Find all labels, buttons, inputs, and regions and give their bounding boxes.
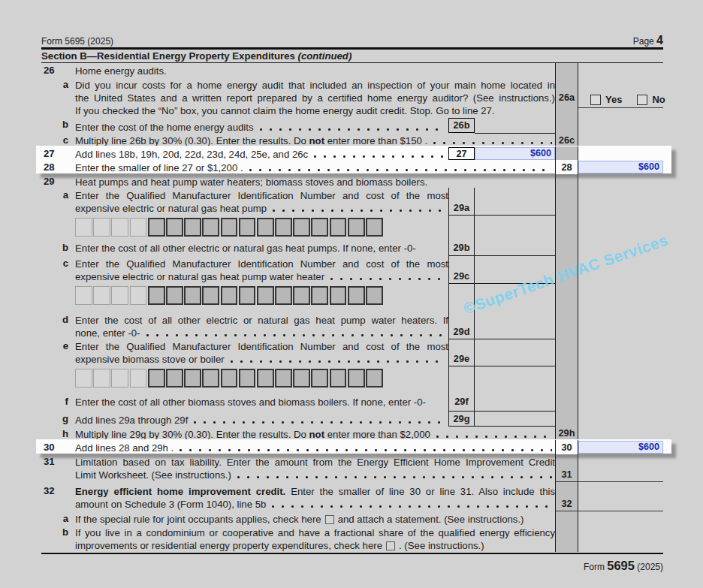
qmin-box[interactable]: [93, 286, 110, 305]
line-letter: b: [41, 117, 75, 134]
qmin-box[interactable]: [311, 369, 328, 387]
label-strip: [555, 339, 578, 366]
qmin-box[interactable]: [348, 369, 365, 387]
qmin-box[interactable]: [330, 286, 347, 305]
qmin-box[interactable]: [130, 369, 147, 387]
qmin-box[interactable]: [330, 369, 347, 387]
line-label-29g: 29g: [448, 412, 475, 427]
qmin-box[interactable]: [239, 286, 256, 305]
line-number: 29: [41, 174, 75, 188]
spacer-cell: [41, 284, 75, 308]
spacer-cell: [475, 284, 555, 308]
qmin-box[interactable]: [111, 369, 128, 387]
amount-field-32[interactable]: [578, 482, 663, 511]
qmin-box[interactable]: [239, 218, 256, 237]
qmin-box[interactable]: [148, 218, 165, 237]
qmin-box[interactable]: [348, 218, 365, 237]
qmin-box[interactable]: [184, 286, 201, 305]
amount-field-31[interactable]: [578, 454, 663, 482]
line-letter: a: [41, 511, 75, 526]
row-29g: g Add lines 29a through 29f 29g: [41, 412, 663, 427]
qmin-box[interactable]: [166, 369, 183, 387]
line-text: Enter the cost of the home energy audits: [75, 117, 448, 134]
dot-leader: [249, 168, 552, 172]
qmin-box[interactable]: [366, 286, 383, 305]
label-strip: [555, 366, 578, 390]
dot-leader: [271, 505, 552, 508]
inner-column: [448, 284, 475, 308]
qmin-box[interactable]: [184, 369, 201, 387]
line-text: Home energy audits.: [75, 63, 555, 77]
spacer-cell: [578, 366, 663, 390]
amount-field-26b[interactable]: [475, 117, 555, 134]
qmin-box[interactable]: [148, 369, 165, 387]
qmin-box[interactable]: [166, 218, 183, 237]
qmin-box[interactable]: [330, 218, 347, 237]
no-checkbox[interactable]: [637, 95, 647, 105]
line-label-29a: 29a: [448, 188, 475, 216]
spacer-cell: [475, 366, 555, 390]
page-indicator: Page 4: [633, 35, 663, 47]
qmin-box[interactable]: [239, 369, 256, 387]
row-26c: c Multiply line 26b by 30% (0.30). Enter…: [41, 134, 663, 146]
amount-field-27[interactable]: $600: [475, 147, 555, 160]
qmin-box[interactable]: [202, 286, 219, 305]
qmin-box[interactable]: [93, 218, 110, 237]
qmin-box[interactable]: [275, 218, 292, 237]
line-label-29b: 29b: [448, 239, 475, 256]
qmin-box[interactable]: [184, 218, 201, 237]
qmin-box[interactable]: [111, 218, 128, 237]
qmin-box[interactable]: [75, 369, 92, 387]
qmin-box[interactable]: [293, 369, 310, 387]
amount-field-29f[interactable]: [475, 390, 555, 412]
spacer-cell: [578, 256, 663, 284]
amount-field-30[interactable]: $600: [578, 441, 663, 454]
qmin-box[interactable]: [130, 218, 147, 237]
line-label-32: 32: [556, 482, 578, 509]
amount-field-29b[interactable]: [475, 239, 555, 256]
condominium-checkbox[interactable]: [386, 541, 395, 550]
qmin-box[interactable]: [366, 369, 383, 387]
dot-leader: [313, 155, 445, 158]
qmin-box[interactable]: [311, 218, 328, 237]
amount-field-28[interactable]: $600: [578, 161, 663, 173]
label-strip: [555, 146, 578, 161]
qmin-box[interactable]: [221, 369, 238, 387]
qmin-box[interactable]: [166, 286, 183, 305]
qmin-box[interactable]: [130, 286, 147, 305]
qmin-box[interactable]: [366, 218, 383, 237]
qmin-box[interactable]: [202, 218, 219, 237]
amount-field-29d[interactable]: [475, 307, 555, 339]
qmin-box[interactable]: [202, 369, 219, 387]
qmin-box[interactable]: [221, 218, 238, 237]
joint-occupants-checkbox[interactable]: [325, 515, 334, 524]
qmin-box[interactable]: [348, 286, 365, 305]
qmin-box[interactable]: [75, 286, 92, 305]
qmin-box[interactable]: [311, 286, 328, 305]
line-text: Enter the Qualified Manufacturer Identif…: [75, 339, 448, 366]
qmin-box[interactable]: [257, 218, 274, 237]
qmin-box[interactable]: [293, 286, 310, 305]
amount-field-29a[interactable]: [475, 188, 555, 216]
qmin-box[interactable]: [275, 286, 292, 305]
amount-field-29e[interactable]: [475, 339, 555, 366]
qmin-box[interactable]: [257, 286, 274, 305]
amount-field-29g[interactable]: [475, 412, 555, 427]
section-header: Section B—Residential Energy Property Ex…: [41, 50, 663, 62]
qmin-box[interactable]: [221, 286, 238, 305]
spacer-cell: [578, 307, 663, 339]
line-label-29e: 29e: [448, 339, 475, 366]
line-text: Limitation based on tax liability. Enter…: [75, 454, 555, 482]
yes-checkbox[interactable]: [590, 95, 601, 105]
amount-field-29c[interactable]: [475, 256, 555, 284]
qmin-box[interactable]: [75, 218, 92, 237]
qmin-box[interactable]: [275, 369, 292, 387]
qmin-box[interactable]: [293, 218, 310, 237]
qmin-box[interactable]: [93, 369, 110, 387]
qmin-box[interactable]: [111, 286, 128, 305]
row-qmin-3: [41, 366, 663, 390]
spacer-cell: [41, 216, 75, 240]
qmin-box[interactable]: [257, 369, 274, 387]
label-strip: 31: [555, 454, 578, 482]
qmin-box[interactable]: [148, 286, 165, 305]
